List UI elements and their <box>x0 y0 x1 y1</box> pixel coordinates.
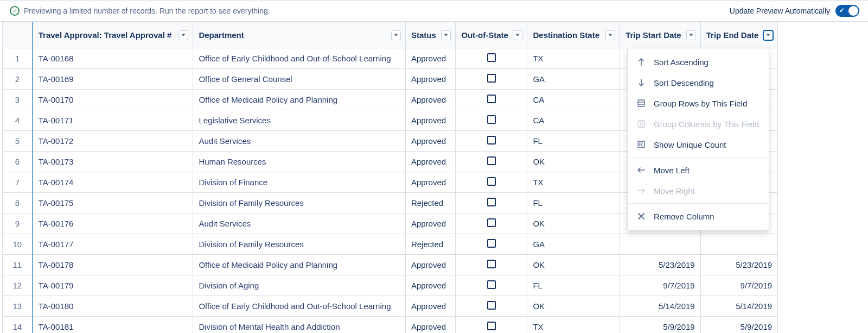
col-menu-button[interactable] <box>441 30 451 40</box>
cell-travel-approval[interactable]: TA-00176 <box>33 213 193 234</box>
cell-travel-approval[interactable]: TA-00171 <box>33 110 193 131</box>
cell-trip-end-date: 5/9/2019 <box>700 317 777 334</box>
row-number: 2 <box>3 69 33 90</box>
chevron-down-icon <box>444 34 448 36</box>
column-context-menu: Sort Ascending Sort Descending Group Row… <box>627 48 769 230</box>
col-head-travel-approval[interactable]: Travel Approval: Travel Approval # <box>33 22 193 48</box>
cell-trip-start-date <box>620 234 701 255</box>
checkbox-icon <box>487 301 496 310</box>
checkbox-icon <box>487 260 496 268</box>
menu-label: Sort Descending <box>654 78 714 87</box>
checkbox-icon <box>487 95 496 103</box>
col-menu-button[interactable] <box>605 30 615 40</box>
cell-travel-approval[interactable]: TA-00177 <box>33 234 193 255</box>
chevron-down-icon <box>181 34 186 36</box>
cell-status: Approved <box>405 296 455 317</box>
col-head-rownum <box>3 22 33 48</box>
menu-group-rows[interactable]: Group Rows by This Field <box>628 93 769 114</box>
row-number: 8 <box>3 193 33 213</box>
menu-move-left[interactable]: Move Left <box>628 160 769 180</box>
checkbox-icon <box>487 136 496 144</box>
menu-sort-descending[interactable]: Sort Descending <box>628 72 769 93</box>
menu-label: Group Rows by This Field <box>654 99 747 108</box>
cell-department[interactable]: Audit Services <box>193 213 406 234</box>
svg-rect-0 <box>638 100 644 106</box>
cell-department[interactable]: Human Resources <box>193 152 406 172</box>
checkbox-icon <box>487 53 496 62</box>
cell-travel-approval[interactable]: TA-00170 <box>33 90 193 110</box>
col-head-trip-start-date[interactable]: Trip Start Date <box>620 22 701 48</box>
col-menu-button[interactable] <box>178 30 188 40</box>
cell-trip-start-date: 5/9/2019 <box>620 317 701 334</box>
cell-destination-state: FL <box>527 131 620 152</box>
cell-department[interactable]: Division of Mental Health and Addiction <box>193 317 406 334</box>
cell-travel-approval[interactable]: TA-00180 <box>33 296 193 317</box>
arrow-left-icon <box>636 165 646 175</box>
checkbox-icon <box>487 239 496 248</box>
cell-department[interactable]: Division of Family Resources <box>193 234 406 255</box>
menu-separator <box>628 157 769 158</box>
cell-travel-approval[interactable]: TA-00174 <box>33 172 193 193</box>
col-menu-button[interactable] <box>513 30 522 40</box>
cell-department[interactable]: Legislative Services <box>193 110 406 131</box>
auto-update-toggle[interactable]: ✓ <box>835 5 859 17</box>
col-menu-button[interactable] <box>763 30 773 40</box>
cell-department[interactable]: Division of Family Resources <box>193 193 406 213</box>
svg-rect-3 <box>638 121 644 127</box>
auto-update-area: Update Preview Automatically ✓ <box>730 5 859 17</box>
checkbox-icon <box>487 280 496 289</box>
table-row: 10TA-00177Division of Family ResourcesRe… <box>3 234 778 255</box>
col-menu-button[interactable] <box>686 30 696 40</box>
cell-travel-approval[interactable]: TA-00179 <box>33 275 193 296</box>
cell-department[interactable]: Office of Early Childhood and Out-of-Sch… <box>193 296 406 317</box>
cell-status: Approved <box>405 152 455 172</box>
cell-travel-approval[interactable]: TA-00175 <box>33 193 193 213</box>
cell-destination-state: OK <box>527 152 620 172</box>
table-row: 12TA-00179Division of AgingApprovedFL9/7… <box>3 275 778 296</box>
col-head-department[interactable]: Department <box>193 22 406 48</box>
cell-department[interactable]: Office of Medicaid Policy and Planning <box>193 255 406 275</box>
cell-travel-approval[interactable]: TA-00168 <box>33 48 193 69</box>
cell-status: Rejected <box>405 193 455 213</box>
col-label: Status <box>411 30 437 40</box>
rows-icon <box>636 98 646 108</box>
row-number: 1 <box>3 48 33 69</box>
cell-out-of-state <box>456 296 527 317</box>
cell-department[interactable]: Office of Early Childhood and Out-of-Sch… <box>193 48 406 69</box>
row-number: 13 <box>3 296 33 317</box>
col-head-status[interactable]: Status <box>405 22 455 48</box>
cell-trip-start-date: 5/23/2019 <box>620 255 701 275</box>
cell-out-of-state <box>456 110 527 131</box>
cell-department[interactable]: Office of Medicaid Policy and Planning <box>193 90 406 110</box>
svg-rect-6 <box>638 141 644 148</box>
menu-remove-column[interactable]: Remove Column <box>628 206 769 227</box>
col-menu-button[interactable] <box>391 30 401 40</box>
cell-travel-approval[interactable]: TA-00169 <box>33 69 193 90</box>
col-head-out-of-state[interactable]: Out-of-State <box>456 22 527 48</box>
close-icon <box>636 211 646 221</box>
cell-department[interactable]: Division of Finance <box>193 172 406 193</box>
cell-travel-approval[interactable]: TA-00172 <box>33 131 193 152</box>
cell-travel-approval[interactable]: TA-00178 <box>33 255 193 275</box>
col-head-destination-state[interactable]: Destination State <box>527 22 620 48</box>
cell-department[interactable]: Division of Aging <box>193 275 406 296</box>
col-head-trip-end-date[interactable]: Trip End Date <box>700 22 777 48</box>
menu-label: Sort Ascending <box>654 58 709 67</box>
cell-out-of-state <box>456 48 527 69</box>
checkbox-icon <box>487 218 496 227</box>
cell-trip-end-date: 9/7/2019 <box>700 275 777 296</box>
arrow-down-icon <box>636 78 646 87</box>
cell-travel-approval[interactable]: TA-00181 <box>33 317 193 334</box>
row-number: 3 <box>3 90 33 110</box>
cell-status: Rejected <box>405 234 455 255</box>
cell-destination-state: FL <box>527 275 620 296</box>
checkbox-icon <box>487 177 496 186</box>
auto-update-label: Update Preview Automatically <box>730 7 830 15</box>
cell-department[interactable]: Audit Services <box>193 131 406 152</box>
cell-travel-approval[interactable]: TA-00173 <box>33 152 193 172</box>
col-label: Travel Approval: Travel Approval # <box>39 30 175 40</box>
cell-department[interactable]: Office of General Counsel <box>193 69 406 90</box>
menu-show-unique-count[interactable]: Show Unique Count <box>628 134 769 155</box>
cell-destination-state: TX <box>527 48 620 69</box>
menu-sort-ascending[interactable]: Sort Ascending <box>628 52 769 72</box>
